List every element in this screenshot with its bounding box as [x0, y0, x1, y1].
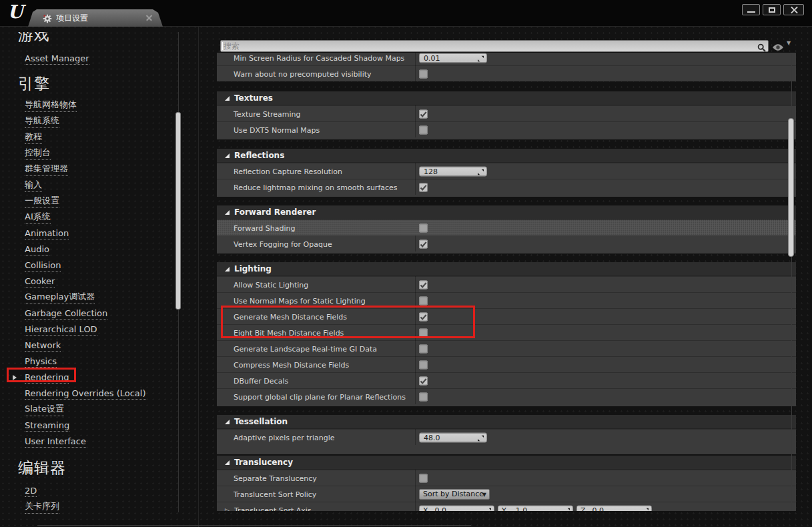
checkbox-vertex-fogging-for-opaque[interactable] — [419, 239, 428, 248]
window-maximize-button[interactable] — [763, 4, 781, 15]
checkbox-texture-streaming[interactable] — [419, 109, 428, 118]
title-bar: U 项目设置 — [0, 0, 812, 27]
setting-control — [419, 360, 428, 369]
setting-row-use-dxt5-normal-maps: Use DXT5 Normal Maps — [217, 121, 796, 137]
axis-label: Y — [502, 506, 506, 511]
section-rows: Allow Static LightingUse Normal Maps for… — [217, 276, 796, 404]
dock-splitter[interactable] — [198, 27, 199, 527]
search-input[interactable] — [224, 41, 737, 51]
sidebar-item-animation[interactable]: Animation — [0, 225, 193, 241]
sidebar-item-教程[interactable]: 教程 — [0, 129, 193, 145]
setting-control: X0.0Y-1.0Z0.0 — [419, 505, 652, 511]
setting-row-dbuffer-decals: DBuffer Decals — [217, 372, 796, 388]
section-rows: Min Screen Radius for Cascaded Shadow Ma… — [217, 53, 796, 81]
checkbox-use-normal-maps-for-static-lighting[interactable] — [419, 296, 428, 305]
sidebar-item-streaming[interactable]: Streaming — [0, 418, 193, 434]
sidebar-item-audio[interactable]: Audio — [0, 241, 193, 257]
checkbox-compress-mesh-distance-fields[interactable] — [419, 360, 428, 369]
checkbox-forward-shading[interactable] — [419, 223, 428, 232]
tab-project-settings[interactable]: 项目设置 — [28, 9, 163, 27]
checkbox-separate-translucency[interactable] — [419, 474, 428, 482]
sidebar-item-physics[interactable]: Physics — [0, 354, 193, 370]
sidebar-item-控制台[interactable]: 控制台 — [0, 145, 193, 161]
unreal-logo-icon: U — [5, 1, 25, 23]
sidebar-item-gameplay调试器[interactable]: Gameplay调试器 — [0, 290, 193, 306]
sidebar-item-rendering-overrides-local[interactable]: Rendering Overrides (Local) — [0, 386, 193, 402]
visibility-dropdown-arrow-icon[interactable]: ▼ — [787, 40, 791, 46]
sidebar-nav: 游戏Asset Manager引擎导航网格物体导航系统教程控制台群集管理器输入一… — [0, 27, 193, 527]
sidebar-item-输入[interactable]: 输入 — [0, 177, 193, 193]
sidebar-scrollbar-thumb[interactable] — [175, 112, 181, 310]
sidebar-heading-编辑器: 编辑器 — [0, 456, 193, 479]
section-header-lighting[interactable]: Lighting — [217, 262, 796, 276]
section-header-translucency[interactable]: Translucency — [217, 456, 796, 470]
setting-label: Allow Static Lighting — [234, 280, 308, 289]
sidebar-item-label: Asset Manager — [25, 53, 89, 65]
setting-control: Sort by Distance▼ — [419, 489, 490, 500]
setting-control: 0.01 — [419, 53, 487, 63]
sidebar-item-slate设置[interactable]: Slate设置 — [0, 402, 193, 418]
check-icon — [420, 310, 427, 323]
dropdown-translucent-sort-policy[interactable]: Sort by Distance▼ — [419, 489, 490, 500]
vector-field-y[interactable]: Y-1.0 — [498, 505, 573, 511]
checkbox-allow-static-lighting[interactable] — [419, 280, 428, 289]
setting-row-allow-static-lighting: Allow Static Lighting — [217, 276, 796, 292]
checkbox-generate-landscape-real-time-gi-data[interactable] — [419, 344, 428, 353]
checkbox-eight-bit-mesh-distance-fields[interactable] — [419, 328, 428, 337]
sidebar-item-关卡序列[interactable]: 关卡序列 — [0, 499, 193, 515]
window-minimize-button[interactable] — [742, 4, 760, 15]
sidebar-item-garbage-collection[interactable]: Garbage Collection — [0, 306, 193, 322]
settings-list: Min Screen Radius for Cascaded Shadow Ma… — [217, 53, 796, 511]
sidebar-item-hierarchical-lod[interactable]: Hierarchical LOD — [0, 322, 193, 338]
section-header-textures[interactable]: Textures — [217, 91, 796, 105]
setting-control — [419, 376, 428, 385]
window-close-button[interactable] — [783, 4, 804, 15]
setting-label: Compress Mesh Distance Fields — [234, 360, 349, 369]
setting-control — [419, 312, 428, 321]
setting-label: Vertex Fogging for Opaque — [234, 239, 332, 248]
sidebar-item-cooker[interactable]: Cooker — [0, 274, 193, 290]
setting-row-warn-about-no-precomputed-visibility: Warn about no precomputed visibility — [217, 65, 796, 81]
section-header-reflections[interactable]: Reflections — [217, 149, 796, 163]
tab-close-icon[interactable] — [146, 15, 152, 21]
checkbox-dbuffer-decals[interactable] — [419, 376, 428, 385]
spinner-input-min-screen-radius-for-cascaded-shadow-maps[interactable]: 0.01 — [419, 53, 487, 63]
setting-row-reduce-lightmap-mixing-on-smooth-surfaces: Reduce lightmap mixing on smooth surface… — [217, 179, 796, 195]
vector-field-x[interactable]: X0.0 — [419, 505, 494, 511]
sidebar-item-label: Slate设置 — [25, 403, 64, 416]
spinner-input-reflection-capture-resolution[interactable]: 128 — [419, 166, 487, 176]
setting-label: DBuffer Decals — [234, 376, 288, 385]
expander-icon[interactable]: ▷ — [225, 507, 230, 512]
section-header-forward-renderer[interactable]: Forward Renderer — [217, 205, 796, 219]
setting-row-support-global-clip-plane-for-planar-reflections: Support global clip plane for Planar Ref… — [217, 388, 796, 404]
setting-control — [419, 223, 428, 232]
sidebar-item-label: Network — [25, 340, 61, 352]
checkbox-use-dxt5-normal-maps[interactable] — [419, 125, 428, 134]
sidebar-item-ai系统[interactable]: AI系统 — [0, 209, 193, 225]
checkbox-reduce-lightmap-mixing-on-smooth-surfaces[interactable] — [419, 183, 428, 191]
selected-arrow-icon — [13, 375, 17, 380]
checkbox-support-global-clip-plane-for-planar-reflections[interactable] — [419, 392, 428, 401]
setting-control: 48.0 — [419, 432, 487, 442]
checkbox-generate-mesh-distance-fields[interactable] — [419, 312, 428, 321]
search-bar — [220, 40, 769, 52]
maximize-icon — [769, 7, 775, 13]
sidebar-item-2d[interactable]: 2D — [0, 483, 193, 499]
vector-field-z[interactable]: Z0.0 — [576, 505, 652, 511]
sidebar-item-一般设置[interactable]: 一般设置 — [0, 193, 193, 209]
sidebar-item-导航系统[interactable]: 导航系统 — [0, 113, 193, 129]
sidebar-item-network[interactable]: Network — [0, 338, 193, 354]
section-header-tessellation[interactable]: Tessellation — [217, 415, 796, 429]
sidebar-item-群集管理器[interactable]: 群集管理器 — [0, 161, 193, 177]
sidebar-item-asset-manager[interactable]: Asset Manager — [0, 51, 193, 67]
collapse-arrow-icon — [225, 153, 230, 158]
sidebar-item-label: 一般设置 — [25, 195, 59, 208]
sidebar-item-collision[interactable]: Collision — [0, 257, 193, 274]
checkbox-warn-about-no-precomputed-visibility[interactable] — [419, 69, 428, 78]
spinner-input-adaptive-pixels-per-triangle[interactable]: 48.0 — [419, 432, 487, 442]
sidebar-item-user-interface[interactable]: User Interface — [0, 434, 193, 450]
settings-scrollbar-thumb[interactable] — [788, 118, 794, 257]
sidebar-item-rendering[interactable]: Rendering — [0, 370, 193, 386]
sidebar-item-导航网格物体[interactable]: 导航网格物体 — [0, 97, 193, 113]
collapse-arrow-icon — [225, 267, 230, 272]
